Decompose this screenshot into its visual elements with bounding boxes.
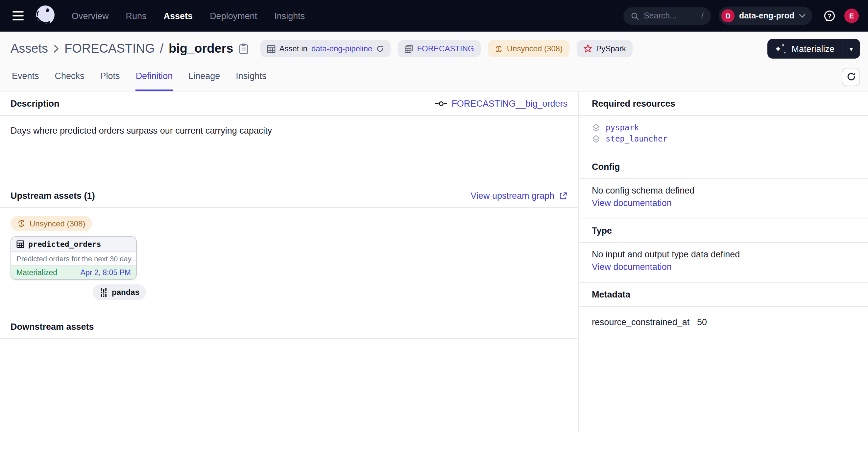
resources-section-header: Required resources [579,91,868,116]
tag-asset-group-label: FORECASTING [417,44,474,53]
unsynced-badge-label: Unsynced (308) [30,219,85,228]
upstream-section-header: Upstream assets (1) View upstream graph [0,184,578,208]
caret-down-icon: ▾ [849,45,853,52]
tag-pandas-label: pandas [112,288,140,297]
top-nav-links: Overview Runs Assets Deployment Insights [72,11,305,21]
op-link-label: FORECASTING__big_orders [452,98,567,108]
downstream-title: Downstream assets [10,322,94,332]
materialize-split-button: ✦ ✦ ✦ Materialize ▾ [767,39,860,59]
tag-job-link[interactable]: data-eng-pipeline [311,44,373,53]
config-body: No config schema defined View documentat… [579,179,868,218]
tab-plots[interactable]: Plots [100,62,120,91]
metadata-value: 50 [697,317,707,327]
unsynced-badge[interactable]: Unsynced (308) [10,216,92,231]
materialize-label: Materialize [792,44,834,54]
compute-kind-row: pandas [10,284,146,300]
user-avatar[interactable]: E [844,8,859,23]
menu-button[interactable] [7,5,30,26]
search-shortcut-hint: / [701,11,704,21]
tab-definition[interactable]: Definition [136,62,173,91]
materialized-status: Materialized [17,268,57,276]
materialize-options-button[interactable]: ▾ [842,39,860,59]
asset-card-description: Predicted orders for the next 30 day... [11,252,136,266]
menu-icon [12,11,24,12]
svg-text:?: ? [828,12,832,20]
metadata-body: resource_constrained_at 50 [579,307,868,338]
pyspark-star-icon [583,44,592,53]
upstream-asset-card[interactable]: predicted_orders Predicted orders for th… [10,236,137,280]
resource-link-step-launcher[interactable]: step_launcher [592,134,855,144]
table-icon [267,45,276,53]
refresh-icon [376,45,384,53]
materialization-timestamp-link[interactable]: Apr 2, 8:05 PM [81,268,131,276]
nav-item-runs[interactable]: Runs [126,11,147,21]
copy-asset-name-button[interactable] [239,43,249,55]
type-body: No input and output type data defined Vi… [579,243,868,282]
definition-content: Description FORECASTING__big_orders Days… [0,91,868,433]
metadata-section-header: Metadata [579,282,868,307]
job-refresh-button[interactable] [376,45,384,53]
breadcrumb-separator: / [160,41,164,56]
upstream-title: Upstream assets (1) [10,191,95,201]
asset-tags: Asset in data-eng-pipeline FORECASTING [260,40,632,57]
dagster-logo-icon [34,4,57,28]
dagster-asset-page: Overview Runs Assets Deployment Insights… [0,0,868,468]
tag-pandas[interactable]: pandas [93,284,146,300]
description-title: Description [10,98,60,108]
config-view-documentation-link[interactable]: View documentation [592,198,855,208]
definition-sidebar: Required resources pyspark step_launcher… [579,91,868,433]
resource-link-step-launcher-label: step_launcher [606,134,668,144]
tag-asset-group[interactable]: FORECASTING [398,40,480,57]
deployment-badge: D [721,9,735,22]
resources-body: pyspark step_launcher [579,116,868,155]
resource-link-pyspark[interactable]: pyspark [592,123,855,132]
tab-events[interactable]: Events [12,62,39,91]
type-view-documentation-link[interactable]: View documentation [592,262,855,272]
deployment-switcher[interactable]: D data-eng-prod [719,7,812,25]
tab-lineage[interactable]: Lineage [188,62,220,91]
main-column: Description FORECASTING__big_orders Days… [0,91,579,433]
nav-item-assets[interactable]: Assets [164,11,193,21]
external-link-icon [559,192,567,200]
asset-card-name: predicted_orders [28,240,101,249]
tag-compute-kind: PySpark [577,40,632,57]
nav-item-deployment[interactable]: Deployment [210,11,257,21]
tag-asset-in-job: Asset in data-eng-pipeline [260,40,391,57]
type-section-header: Type [579,218,868,243]
sparkles-icon: ✦ ✦ ✦ [774,43,786,54]
nav-item-overview[interactable]: Overview [72,11,109,21]
search-input[interactable]: Search... / [623,7,711,25]
tag-asset-in-prefix: Asset in [279,44,307,53]
table-icon [17,240,24,248]
copy-icon [239,43,249,55]
description-text: Days where predicted orders surpass our … [10,126,567,136]
tab-insights[interactable]: Insights [236,62,266,91]
help-button[interactable]: ? [823,9,836,23]
asset-card-status-row: Materialized Apr 2, 8:05 PM [11,266,136,279]
sync-warning-icon [495,45,503,53]
page-header: Assets FORECASTING / big_orders [0,32,868,91]
dagster-logo[interactable] [34,4,57,28]
refresh-icon [846,72,856,82]
refresh-page-button[interactable] [842,67,860,86]
asset-card-header: predicted_orders [11,237,136,252]
resource-icon [592,123,600,132]
op-link[interactable]: FORECASTING__big_orders [435,98,567,108]
resource-link-pyspark-label: pyspark [606,123,639,132]
breadcrumb-assets-link[interactable]: Assets [10,41,48,56]
tag-sync-status[interactable]: Unsynced (308) [488,40,569,57]
asset-tabs: Events Checks Plots Definition Lineage I… [0,62,868,91]
description-body: Days where predicted orders surpass our … [0,116,578,184]
metadata-key: resource_constrained_at [592,317,697,327]
breadcrumb-asset-name: big_orders [169,41,233,56]
tab-checks[interactable]: Checks [55,62,85,91]
search-placeholder: Search... [644,11,677,21]
tag-sync-status-label: Unsynced (308) [507,44,563,53]
search-icon [631,11,639,20]
top-nav-right: Search... / D data-eng-prod ? [623,7,859,25]
materialize-button[interactable]: ✦ ✦ ✦ Materialize [767,39,842,59]
nav-item-insights[interactable]: Insights [274,11,305,21]
breadcrumb-group-link[interactable]: FORECASTING [64,41,155,56]
view-upstream-graph-link[interactable]: View upstream graph [470,191,567,201]
resource-icon [592,135,600,143]
